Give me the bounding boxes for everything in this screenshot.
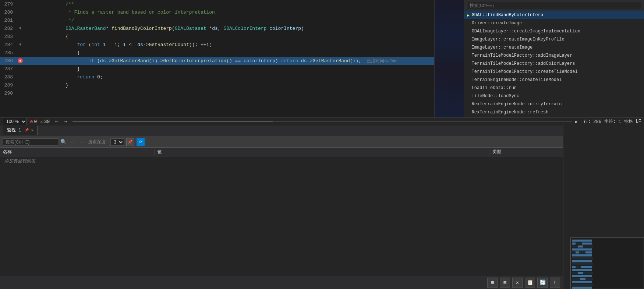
line-num-285: 285: [0, 50, 17, 56]
call-stack-item-text: GDALImageLayer::createImageImplementatio…: [472, 29, 641, 34]
refresh-icon-btn[interactable]: 🔄: [537, 278, 548, 288]
warning-icon: ⚠: [40, 119, 43, 125]
line-num-290: 290: [0, 91, 17, 96]
call-stack-item-text: ImageLayer::createImage: [472, 45, 641, 50]
watch-nav-forward[interactable]: →: [78, 138, 86, 146]
call-stack-item-arrow: ▶: [467, 102, 470, 107]
editor-scrollbar[interactable]: 100 % ⊗ 0 ⚠ 39 ← → ▶ 行: 286 字符: 1 空格 LF: [0, 119, 644, 123]
line-num-283: 283: [0, 34, 17, 39]
gutter-284: ▼: [17, 43, 24, 47]
add-icon-btn[interactable]: ⊞: [487, 278, 498, 288]
call-stack-item-5[interactable]: ▶TerrainTileModelFactory::addImageLayer: [464, 52, 644, 60]
line-content-289: }: [24, 77, 434, 94]
call-stack-item-text: RexTerrainEngineNode::refresh: [472, 110, 641, 115]
call-stack-item-arrow: ▶: [467, 29, 470, 34]
copy-icon-btn[interactable]: 📋: [525, 278, 535, 288]
call-stack-search-input[interactable]: [467, 2, 641, 9]
add-row-text: 添加要监视的项: [4, 158, 35, 164]
call-stack-item-text: TerrainTileModelFactory::addImageLayer: [472, 53, 641, 58]
call-stack-item-text: ImageLayer::createImageInKeyProfile: [472, 37, 641, 42]
warning-count: 39: [44, 119, 50, 124]
code-editor[interactable]: 279 /** 280 * Finds a raster band based …: [0, 0, 434, 119]
line-num-279: 279: [0, 1, 17, 7]
call-stack-item-0[interactable]: ▶GDAL::findBandByColorInterp: [464, 11, 644, 19]
watch-add-row[interactable]: 添加要监视的项: [0, 156, 563, 165]
minimap-overlay-content: ▓▓▓▓▓▓▓▓▓▓▓▓▓▓▓▓▓▓ ▓▓▓░░░░░░▓▓▓▓▓▓▓▓▓ ░░…: [571, 238, 644, 289]
call-stack-item-11[interactable]: ▶RexTerrainEngineNode::dirtyTerrain: [464, 100, 644, 108]
line-num-284: 284: [0, 42, 17, 47]
clear-icon-btn[interactable]: ✕: [512, 278, 523, 288]
bottom-panel: 监视 1 📌 ✕ 🔍 ← → 搜索深度: 3 1 2 4 5 📌 ⟳: [0, 123, 644, 289]
watch-tab-1-close[interactable]: ✕: [31, 128, 33, 133]
call-stack-item-text: RexTerrainEngineNode::dirtyTerrain: [472, 102, 641, 107]
up-icon-btn[interactable]: ⬆: [550, 278, 560, 288]
horizontal-scrollbar[interactable]: [72, 121, 572, 122]
call-stack-item-text: TerrainTileModelFactory::addColorLayers: [472, 61, 641, 66]
call-stack-item-arrow: ▶: [467, 110, 470, 115]
minimap-display: [435, 0, 464, 119]
call-stack-item-arrow: ▶: [467, 78, 470, 82]
watch-nav-back[interactable]: ←: [69, 138, 77, 146]
remove-icon-btn[interactable]: ⊟: [500, 278, 510, 288]
line-num-282: 282: [0, 26, 17, 31]
watch-table-body: 添加要监视的项: [0, 156, 563, 276]
code-line-289: 289 }: [0, 81, 434, 89]
depth-select[interactable]: 3 1 2 4 5: [110, 138, 124, 146]
nav-back-button[interactable]: ←: [53, 118, 61, 125]
call-stack-list: ▶GDAL::findBandByColorInterp▶Driver::cre…: [464, 11, 644, 119]
code-minimap-overlay: ▓▓▓▓▓▓▓▓▓▓▓▓▓▓▓▓▓▓ ▓▓▓░░░░░░▓▓▓▓▓▓▓▓▓ ░░…: [570, 237, 644, 289]
watch-tab-1-pin[interactable]: 📌: [25, 128, 29, 132]
call-stack-item-arrow: ▶: [467, 21, 470, 26]
line-num-281: 281: [0, 18, 17, 23]
call-stack-header: [464, 0, 644, 11]
error-count: 0: [34, 119, 37, 124]
call-stack-item-2[interactable]: ▶GDALImageLayer::createImageImplementati…: [464, 27, 644, 35]
code-container: 279 /** 280 * Finds a raster band based …: [0, 0, 434, 97]
fold-icon-284[interactable]: ▼: [19, 43, 21, 47]
call-stack-item-3[interactable]: ▶ImageLayer::createImageInKeyProfile: [464, 35, 644, 43]
call-stack-item-text: TerrainTileModelFactory::createTileModel: [472, 69, 641, 74]
col-header-name: 名称: [0, 149, 155, 155]
refresh-button[interactable]: ⟳: [137, 138, 145, 146]
watch-panel: 监视 1 📌 ✕ 🔍 ← → 搜索深度: 3 1 2 4 5 📌 ⟳: [0, 123, 563, 289]
call-stack-item-text: TileNode::loadSync: [472, 94, 641, 99]
call-stack-item-8[interactable]: ▶TerrainEngineNode::createTileModel: [464, 76, 644, 84]
pin-button[interactable]: 📌: [126, 138, 134, 146]
gutter-282: ▼: [17, 27, 24, 31]
call-stack-item-1[interactable]: ▶Driver::createImage: [464, 19, 644, 27]
minimap: [434, 0, 464, 119]
call-stack-item-text: GDAL::findBandByColorInterp: [472, 13, 641, 18]
watch-tab-1[interactable]: 监视 1 📌 ✕: [3, 125, 38, 135]
nav-forward-button[interactable]: →: [61, 118, 70, 125]
call-stack-item-12[interactable]: ▶RexTerrainEngineNode::refresh: [464, 108, 644, 116]
call-stack-item-7[interactable]: ▶TerrainTileModelFactory::createTileMode…: [464, 68, 644, 76]
error-icon: ⊗: [30, 119, 33, 125]
line-num-280: 280: [0, 10, 17, 15]
right-overlay-panel: ▓▓▓▓▓▓▓▓▓▓▓▓▓▓▓▓▓▓ ▓▓▓░░░░░░▓▓▓▓▓▓▓▓▓ ░░…: [563, 123, 644, 289]
watch-table-header: 名称 值 类型: [0, 148, 563, 156]
call-stack-panel: ▶GDAL::findBandByColorInterp▶Driver::cre…: [464, 0, 644, 119]
line-num-288: 288: [0, 74, 17, 80]
call-stack-item-text: Driver::createImage: [472, 21, 641, 26]
call-stack-item-arrow: ▶: [467, 70, 470, 74]
call-stack-item-arrow: ▶: [467, 45, 470, 50]
watch-search-input[interactable]: [3, 138, 58, 146]
call-stack-item-arrow: ▶: [467, 86, 470, 91]
call-stack-item-10[interactable]: ▶TileNode::loadSync: [464, 92, 644, 100]
fold-icon-282[interactable]: ▼: [19, 27, 21, 31]
call-stack-item-6[interactable]: ▶TerrainTileModelFactory::addColorLayers: [464, 60, 644, 68]
watch-tab-1-label: 监视 1: [7, 127, 21, 133]
bottom-toolbar: ⊞ ⊟ ✕ 📋 🔄 ⬆: [0, 276, 563, 289]
call-stack-item-arrow: ▶: [467, 61, 470, 66]
call-stack-item-4[interactable]: ▶ImageLayer::createImage: [464, 43, 644, 52]
line-num-289: 289: [0, 82, 17, 88]
call-stack-item-text: TerrainEngineNode::createTileModel: [472, 77, 641, 82]
warning-badge: ⚠ 39: [40, 119, 50, 125]
zoom-selector[interactable]: 100 %: [3, 118, 27, 125]
error-badge: ⊗ 0: [30, 119, 37, 125]
gutter-286: ●: [17, 58, 24, 63]
watch-nav-arrows: ← →: [69, 138, 86, 146]
call-stack-item-arrow: ▶: [467, 53, 470, 58]
call-stack-item-9[interactable]: ▶LoadTileData::run: [464, 84, 644, 92]
search-icon: 🔍: [60, 139, 67, 145]
